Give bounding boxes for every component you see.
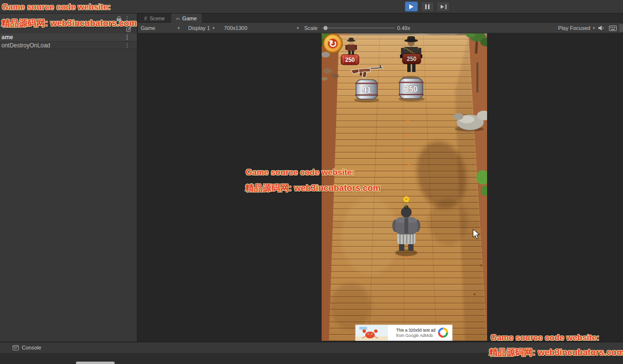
enemy2-hp-label: 250 (402, 54, 421, 64)
hierarchy-panel: ⋮ ame ⋮ ontDestroyOnLoad ⋮ (0, 14, 137, 342)
scale-label: Scale (304, 23, 318, 33)
play-button[interactable] (405, 1, 418, 12)
watermark-line1: Game source code website: (246, 168, 355, 177)
tab-console[interactable]: Console (13, 342, 41, 353)
svg-text:250: 250 (407, 56, 416, 62)
ad-banner[interactable]: This a 320x50 test ad from Google AdMob. (356, 325, 452, 341)
stats-button[interactable] (609, 23, 617, 33)
watermark-line2: 精品源码网: web3incubators.com (245, 182, 381, 194)
watermark-line1: Game source code website: (2, 2, 111, 12)
hierarchy-scene-row[interactable]: ame ⋮ (0, 33, 137, 42)
resolution-dropdown[interactable]: 700x1300 ▾ (224, 23, 299, 33)
hierarchy-dontdestroy-row[interactable]: ontDestroyOnLoad ⋮ (0, 42, 137, 49)
scene-row-menu-icon[interactable]: ⋮ (124, 34, 130, 40)
svg-text:from Google AdMob.: from Google AdMob. (396, 333, 434, 338)
scale-value: 0.49x (397, 23, 410, 33)
play-controls (405, 1, 450, 12)
game-view-toolbar: Game ▾ Display 1 ▾ 700x1300 ▾ Scale 0.49… (138, 23, 623, 33)
scale-slider-track[interactable] (322, 28, 395, 29)
play-focused-label: Play Focused (558, 25, 591, 31)
tab-scene[interactable]: # Scene (139, 14, 169, 23)
game-mode-label: Game (141, 25, 155, 31)
keyboard-icon (609, 26, 617, 31)
mouse-cursor (473, 229, 480, 240)
scene-row-label: ame (1, 34, 13, 41)
scale-slider-knob[interactable] (323, 26, 328, 30)
console-tab-label: Console (22, 345, 41, 350)
dontdestroy-row-label: ontDestroyOnLoad (1, 42, 50, 49)
play-focused-dropdown[interactable]: Play Focused ▾ (558, 23, 595, 33)
pause-icon (425, 4, 427, 9)
tab-game[interactable]: ∞ Game (171, 14, 202, 23)
chevron-down-icon: ▾ (297, 26, 299, 30)
step-button[interactable] (437, 1, 450, 12)
watermark-line2: 精品源码网: web3incubators.com (489, 347, 623, 358)
game-tab-label: Game (182, 15, 197, 21)
view-tabbar: # Scene ∞ Game (138, 14, 623, 23)
play-icon (409, 4, 414, 9)
chevron-down-icon: ▾ (593, 26, 595, 30)
speaker-icon (598, 25, 605, 31)
display-label: Display 1 (188, 25, 210, 31)
display-dropdown[interactable]: Display 1 ▾ (188, 23, 215, 33)
svg-text:250: 250 (405, 85, 418, 93)
svg-text:This a 320x50 test ad: This a 320x50 test ad (396, 328, 436, 333)
dontdestroy-row-menu-icon[interactable]: ⋮ (124, 43, 130, 48)
respawn-button[interactable]: ↻ (324, 34, 342, 53)
chevron-down-icon: ▾ (212, 26, 215, 30)
game-mode-dropdown[interactable]: Game ▾ (141, 23, 155, 33)
status-artifact (76, 362, 115, 364)
pause-button[interactable] (421, 1, 434, 12)
mute-audio-button[interactable] (598, 23, 605, 33)
chevron-down-icon: ▾ (178, 26, 180, 30)
scene-tab-icon: # (144, 15, 147, 21)
step-icon (441, 5, 444, 9)
barrel-250: 250 (399, 78, 424, 99)
resolution-label: 700x1300 (224, 25, 247, 31)
watermark-line1: Game source code website: (490, 333, 599, 343)
svg-text:250: 250 (345, 57, 355, 63)
console-icon (13, 345, 19, 350)
refresh-icon: ↻ (328, 38, 337, 49)
gizmos-button-partial[interactable] (620, 24, 623, 32)
game-tab-icon: ∞ (176, 15, 180, 21)
svg-text:91: 91 (362, 86, 371, 95)
enemy1-hp-label: 250 (341, 55, 359, 65)
barrel-91: 91 (355, 80, 378, 99)
scene-tab-label: Scene (149, 15, 164, 21)
watermark-line2: 精品源码网: web3incubators.com (1, 17, 137, 29)
